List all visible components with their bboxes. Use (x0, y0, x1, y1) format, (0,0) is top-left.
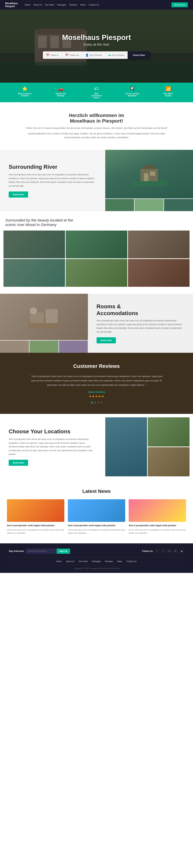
review-dot-2[interactable] (94, 402, 96, 403)
room-interior-svg (28, 306, 60, 328)
news-body-3: Omnis iste natus error sit voluptatem ac… (129, 528, 186, 535)
footer-about[interactable]: About Us (66, 560, 74, 563)
nav-links: Home About Us Our Hotel Packages Reviews… (25, 4, 171, 6)
check-now-button[interactable]: Check Now (128, 51, 150, 59)
review-dot-3[interactable] (97, 402, 99, 403)
choose-book-button[interactable]: Book Now (9, 460, 28, 466)
check-out-field[interactable]: 📅 Check out (62, 52, 82, 59)
gallery-cell-1 (3, 230, 65, 258)
footer-nav: Home About Us Our Hotel Packages Reviews… (9, 557, 184, 565)
news-image-2 (68, 499, 125, 522)
surrounding-text: Surrounding River Sed ut perspiciatis un… (0, 150, 105, 211)
news-card-2: Sed ut perspiciatis unde fugiat nulla pa… (68, 499, 125, 535)
footer-home[interactable]: Home (56, 560, 62, 563)
gallery-heading: Surrounded by the beauty located at the … (3, 218, 190, 227)
booking-bar: 📅 Check in 📅 Check out 👤 No of Person 🛏 … (43, 51, 150, 59)
stay-informed-area: Stay Informed Sign Up (9, 549, 70, 554)
check-in-field[interactable]: 📅 Check in (43, 52, 62, 59)
choose-img-3 (148, 447, 190, 476)
footer-top: Stay Informed Sign Up Follow Us f t in P… (9, 549, 184, 554)
email-input[interactable] (26, 549, 57, 554)
parking-icon: 🚗 (58, 86, 63, 92)
signup-button[interactable]: Sign Up (57, 549, 70, 554)
gallery-cell-3 (128, 230, 190, 258)
twitter-icon[interactable]: t (161, 549, 166, 554)
review-dot-4[interactable] (100, 402, 102, 403)
rooms-label: No of Rooms (112, 54, 124, 56)
surrounding-body: Sed ut perspiciatis unde omnis iste natu… (9, 173, 97, 188)
hero-subtitle: Enjoy at the river (84, 42, 109, 46)
rooms-thumb-2 (30, 341, 58, 353)
footer-hotel[interactable]: Our Hotel (79, 560, 88, 563)
news-card-3: Sed ut perspiciatis unde fugiat nulla pa… (129, 499, 186, 535)
nav-home[interactable]: Home (25, 4, 30, 6)
nav-packages[interactable]: Packages (57, 4, 66, 6)
footer-packages[interactable]: Packages (92, 560, 101, 563)
choose-body: Sed ut perspiciatis unde omnis iste natu… (9, 437, 93, 456)
surrounding-book-button[interactable]: Book Now (9, 191, 28, 197)
nav-brand: Moselhaus Piesport (5, 2, 18, 8)
surrounding-thumb-1 (105, 199, 134, 211)
nav-reviews[interactable]: Reviews (69, 4, 77, 6)
youtube-icon[interactable]: ▶ (180, 549, 184, 554)
social-icons: f t in P ▶ (155, 549, 184, 554)
reviewer-name: Name Heading (14, 391, 179, 393)
nav-news[interactable]: News (80, 4, 86, 6)
linkedin-icon[interactable]: in (167, 549, 172, 554)
gallery-cell-4 (3, 259, 65, 287)
features-bar: ⭐ Best Customer Reviews 🚗 Hotels with Pa… (0, 83, 193, 102)
feature-prices-label: Best Guaranteed Prices (90, 93, 103, 99)
svg-rect-2 (144, 173, 148, 181)
persons-field[interactable]: 👤 No of Person (82, 52, 105, 59)
nav-contact[interactable]: Contact Us (89, 4, 99, 6)
rooms-book-button[interactable]: Book Now (97, 337, 116, 343)
my-account-button[interactable]: My Account (171, 2, 188, 7)
surrounding-heading: Surrounding River (9, 163, 97, 170)
persons-label: No of Person (90, 54, 102, 56)
news-grid: Sed ut perspiciatis unde fugiat nulla pa… (7, 499, 186, 535)
surrounding-thumb-2 (135, 199, 163, 211)
rooms-thumb-1 (0, 341, 29, 353)
surrounding-section: Surrounding River Sed ut perspiciatis un… (0, 150, 193, 211)
feature-breakfast-label: All you can Eat Breakfast (125, 93, 139, 97)
gallery-section: Surrounded by the beauty located at the … (0, 211, 193, 294)
news-title-1: Sed ut perspiciatis unde fugiat nulla pa… (7, 524, 64, 527)
news-image-1 (7, 499, 64, 522)
surrounding-thumb-3 (164, 199, 193, 211)
reviews-icon: ⭐ (22, 86, 28, 92)
follow-label: Follow Us (142, 550, 153, 552)
rooms-field[interactable]: 🛏 No of Rooms (105, 52, 128, 59)
navbar: Moselhaus Piesport Home About Us Our Hot… (0, 0, 193, 10)
check-out-label: Check out (69, 54, 79, 56)
nav-about[interactable]: About Us (33, 4, 42, 6)
review-dot-1[interactable] (91, 402, 93, 403)
choose-img-2 (148, 417, 190, 446)
rooms-text: Rooms & Accomodations Sed ut perspiciati… (88, 294, 193, 353)
footer-reviews[interactable]: Reviews (105, 560, 113, 563)
news-body-1: Omnis iste natus error sit voluptatem ac… (7, 528, 64, 535)
news-section: Latest News Sed ut perspiciatis unde fug… (0, 480, 193, 544)
news-heading: Latest News (7, 489, 186, 494)
stay-informed-label: Stay Informed (9, 550, 24, 552)
pinterest-icon[interactable]: P (173, 549, 178, 554)
nav-hotel[interactable]: Our Hotel (45, 4, 54, 6)
footer-copyright: Copyright © 2022 Company Name All rights… (9, 565, 184, 571)
bed-icon: 🛏 (108, 54, 111, 57)
rooms-thumbnails (0, 341, 88, 353)
svg-marker-1 (140, 164, 158, 169)
svg-rect-4 (132, 181, 166, 186)
news-card-1: Sed ut perspiciatis unde fugiat nulla pa… (7, 499, 64, 535)
choose-images (102, 414, 193, 480)
footer-contact[interactable]: Contact Us (126, 560, 137, 563)
choose-section: Choose Your Locations Sed ut perspiciati… (0, 414, 193, 480)
rooms-images (0, 294, 88, 353)
wifi-icon: 📶 (165, 86, 171, 92)
news-title-3: Sed ut perspiciatis unde fugiat nulla pa… (129, 524, 186, 527)
gallery-cell-6 (128, 259, 190, 287)
surrounding-thumbnails (105, 199, 193, 211)
hero-section: Moselhaus Piesport Enjoy at the river 📅 … (0, 10, 193, 83)
facebook-icon[interactable]: f (155, 549, 159, 554)
footer-news[interactable]: News (117, 560, 122, 563)
feature-prices: 🏷 Best Guaranteed Prices (90, 86, 103, 99)
rooms-section: Rooms & Accomodations Sed ut perspiciati… (0, 294, 193, 353)
